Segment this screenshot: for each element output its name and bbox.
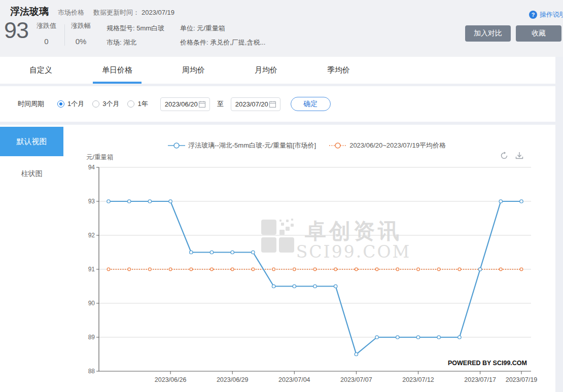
radio-label: 1个月 — [67, 99, 84, 109]
svg-text:2023/07/19: 2023/07/19 — [506, 376, 538, 383]
period-radio-1[interactable]: 1个月 — [57, 99, 84, 109]
condition-value: 价格条件: 承兑价,厂提,含税... — [180, 35, 265, 50]
svg-text:SCI99.COM: SCI99.COM — [296, 242, 411, 262]
tab-4[interactable]: 月均价 — [245, 57, 287, 84]
change-pct-value: 0% — [71, 37, 91, 46]
svg-text:91: 91 — [88, 266, 95, 273]
price-chart: 卓创资讯SCI99.COM888990919293942023/06/26202… — [66, 162, 548, 388]
product-header: 浮法玻璃 市场价格 数据更新时间： 2023/07/19 ? 操作说明 93 涨… — [0, 0, 563, 57]
svg-text:2023/07/07: 2023/07/07 — [340, 376, 372, 383]
svg-text:88: 88 — [88, 368, 95, 375]
period-radio-3[interactable]: 1年 — [127, 99, 148, 109]
radio-icon — [127, 100, 134, 108]
meta-column-1: 规格型号: 5mm白玻 市场: 湖北 — [107, 21, 164, 50]
legend-line-marker-icon — [329, 142, 346, 149]
change-pct-label: 涨跌幅 — [71, 21, 91, 30]
tab-3[interactable]: 周均价 — [173, 57, 214, 84]
end-date-value: 2023/07/20 — [235, 100, 268, 108]
svg-text:92: 92 — [88, 232, 95, 239]
current-price: 93 — [4, 17, 28, 44]
calendar-icon — [269, 101, 276, 108]
confirm-button[interactable]: 确定 — [291, 97, 331, 111]
change-value-group: 涨跌值 0 — [37, 21, 56, 46]
spec-value: 规格型号: 5mm白玻 — [107, 21, 164, 35]
svg-text:2023/07/04: 2023/07/04 — [278, 376, 310, 383]
chart-toolbar — [500, 151, 524, 160]
market-value: 市场: 湖北 — [107, 35, 164, 50]
divider — [64, 24, 65, 46]
svg-text:90: 90 — [88, 300, 95, 307]
start-date-value: 2023/06/20 — [165, 100, 198, 108]
tab-2[interactable]: 单日价格 — [93, 57, 142, 84]
radio-icon — [92, 100, 99, 108]
category-tag: 市场价格 — [58, 8, 84, 17]
tab-5[interactable]: 季均价 — [318, 57, 359, 84]
meta-column-2: 单位: 元/重量箱 价格条件: 承兑价,厂提,含税... — [180, 21, 265, 50]
date-range-to-label: 至 — [217, 99, 224, 109]
legend-line-marker-icon — [168, 142, 185, 149]
period-radio-2[interactable]: 3个月 — [92, 99, 119, 109]
y-axis-title: 元/重量箱 — [86, 153, 113, 162]
period-label: 时间周期 — [18, 99, 44, 109]
end-date-input[interactable]: 2023/07/20 — [231, 97, 280, 111]
chart-legend: 浮法玻璃--湖北-5mm白玻-元/重量箱[市场价]2023/06/20~2023… — [66, 141, 548, 150]
legend-item-2[interactable]: 2023/06/20~2023/07/19平均价格 — [329, 141, 446, 150]
svg-text:2023/07/12: 2023/07/12 — [402, 376, 434, 383]
legend-item-1[interactable]: 浮法玻璃--湖北-5mm白玻-元/重量箱[市场价] — [168, 141, 316, 150]
header-buttons: 加入对比 收藏 — [465, 25, 561, 42]
filter-section: 时间周期 1个月3个月1年 2023/06/20 至 2023/07/20 确定 — [0, 86, 555, 122]
download-icon[interactable] — [515, 151, 524, 160]
refresh-icon[interactable] — [500, 151, 509, 160]
svg-text:2023/07/17: 2023/07/17 — [464, 376, 496, 383]
svg-text:卓创资讯: 卓创资讯 — [304, 219, 402, 243]
radio-label: 3个月 — [102, 99, 119, 109]
svg-text:94: 94 — [88, 164, 95, 171]
help-link[interactable]: ? 操作说明 — [529, 10, 563, 19]
unit-value: 单位: 元/重量箱 — [180, 21, 265, 35]
tab-bar: 自定义单日价格周均价月均价季均价 — [0, 57, 555, 84]
page-title: 浮法玻璃 — [10, 5, 49, 18]
start-date-input[interactable]: 2023/06/20 — [160, 97, 210, 111]
change-pct-group: 涨跌幅 0% — [71, 21, 91, 46]
change-value: 0 — [37, 37, 56, 46]
favorite-button[interactable]: 收藏 — [516, 25, 561, 42]
view-default-button[interactable]: 默认视图 — [0, 127, 63, 156]
chart-section: 默认视图 柱状图 浮法玻璃--湖北-5mm白玻-元/重量箱[市场价]2023/0… — [0, 125, 555, 392]
view-bar-chart-button[interactable]: 柱状图 — [0, 169, 63, 179]
radio-icon — [57, 100, 64, 108]
change-label: 涨跌值 — [37, 21, 56, 30]
tab-1[interactable]: 自定义 — [20, 57, 61, 84]
svg-text:2023/06/29: 2023/06/29 — [217, 376, 249, 383]
add-compare-button[interactable]: 加入对比 — [465, 25, 511, 42]
help-label: 操作说明 — [540, 10, 563, 19]
svg-text:93: 93 — [88, 198, 95, 205]
calendar-icon — [199, 101, 205, 108]
svg-text:89: 89 — [88, 334, 95, 341]
svg-text:POWERED BY SCI99.COM: POWERED BY SCI99.COM — [448, 360, 527, 367]
legend-label: 2023/06/20~2023/07/19平均价格 — [349, 141, 446, 150]
update-time-value: 2023/07/19 — [142, 9, 174, 16]
legend-label: 浮法玻璃--湖北-5mm白玻-元/重量箱[市场价] — [188, 141, 316, 150]
title-row: 浮法玻璃 市场价格 数据更新时间： 2023/07/19 — [10, 5, 174, 18]
svg-text:2023/06/26: 2023/06/26 — [155, 376, 187, 383]
radio-label: 1年 — [137, 99, 148, 109]
update-time-label: 数据更新时间： — [93, 8, 139, 17]
question-circle-icon: ? — [529, 11, 537, 19]
